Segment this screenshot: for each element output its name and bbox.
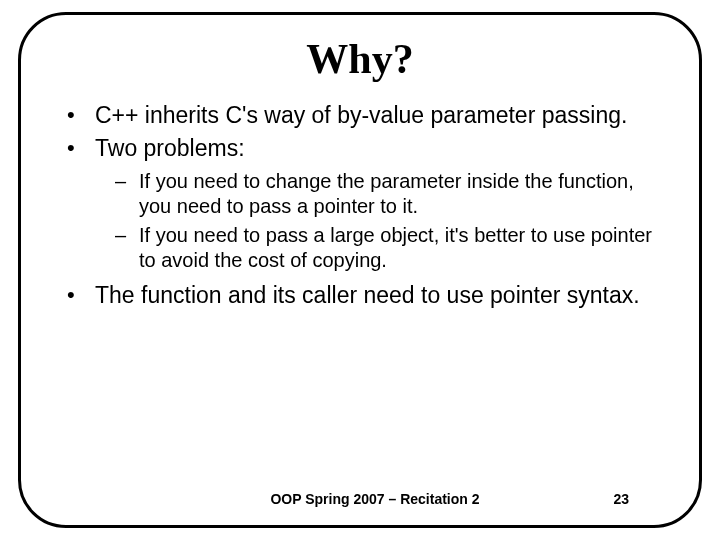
sub-bullet-item: If you need to change the parameter insi… — [111, 169, 659, 219]
sub-bullet-text: If you need to pass a large object, it's… — [139, 224, 652, 271]
page-number: 23 — [569, 491, 629, 507]
bullet-text: Two problems: — [95, 135, 245, 161]
bullet-item: The function and its caller need to use … — [61, 281, 659, 310]
sub-bullet-list: If you need to change the parameter insi… — [61, 169, 659, 273]
bullet-item: Two problems: — [61, 134, 659, 163]
slide-body: C++ inherits C's way of by-value paramet… — [61, 101, 659, 491]
footer-text: OOP Spring 2007 – Recitation 2 — [181, 491, 569, 507]
bullet-text: The function and its caller need to use … — [95, 282, 640, 308]
slide-title: Why? — [61, 35, 659, 83]
bullet-list: The function and its caller need to use … — [61, 281, 659, 310]
bullet-list: C++ inherits C's way of by-value paramet… — [61, 101, 659, 163]
sub-bullet-item: If you need to pass a large object, it's… — [111, 223, 659, 273]
bullet-text: C++ inherits C's way of by-value paramet… — [95, 102, 627, 128]
bullet-item: C++ inherits C's way of by-value paramet… — [61, 101, 659, 130]
slide-footer: OOP Spring 2007 – Recitation 2 23 — [61, 491, 659, 511]
sub-bullet-text: If you need to change the parameter insi… — [139, 170, 634, 217]
slide-frame: Why? C++ inherits C's way of by-value pa… — [18, 12, 702, 528]
